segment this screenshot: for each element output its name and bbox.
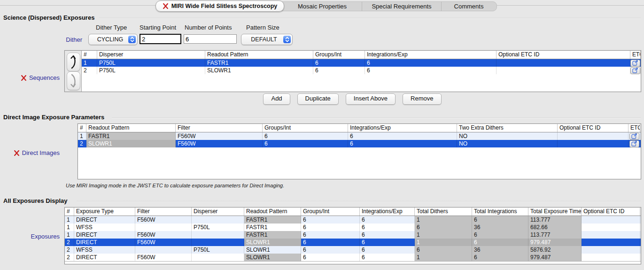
- column-header-etc_id[interactable]: Optional ETC ID: [497, 51, 630, 59]
- cell-etc_id[interactable]: [558, 140, 628, 147]
- cell-etc_id[interactable]: [582, 231, 640, 239]
- cell-disperser[interactable]: P750L: [192, 246, 244, 254]
- cell-exposure_type[interactable]: WFSS: [74, 224, 135, 231]
- cell-groups[interactable]: 6: [301, 254, 360, 261]
- column-header-etc_btn[interactable]: ETC: [630, 51, 641, 59]
- cell-groups[interactable]: 6: [313, 67, 365, 74]
- table-row[interactable]: 1WFSSP750LFASTR166636682.66: [65, 224, 641, 231]
- column-header-groups[interactable]: Groups/Int: [313, 51, 365, 59]
- cell-num[interactable]: 1: [65, 231, 74, 239]
- column-header-total_dithers[interactable]: Total Dithers: [415, 208, 472, 216]
- etc-external-link-button[interactable]: [630, 67, 640, 74]
- cell-groups[interactable]: 6: [301, 216, 360, 224]
- etc-external-link-button[interactable]: [630, 60, 640, 67]
- cell-disperser[interactable]: P750L: [97, 59, 205, 67]
- cell-filter[interactable]: F560W: [176, 132, 263, 140]
- cell-readout[interactable]: FASTR1: [205, 59, 313, 67]
- move-down-button[interactable]: [67, 71, 80, 90]
- cell-filter[interactable]: F560W: [135, 216, 192, 224]
- cell-filter[interactable]: F560W: [135, 254, 192, 261]
- cell-integrations[interactable]: 6: [365, 59, 497, 67]
- cell-num[interactable]: 1: [82, 59, 97, 67]
- column-header-readout[interactable]: Readout Pattern: [244, 208, 301, 216]
- remove-button[interactable]: Remove: [403, 93, 441, 105]
- cell-disperser[interactable]: [192, 254, 244, 261]
- cell-filter[interactable]: F560W: [176, 140, 263, 147]
- cell-exposure_type[interactable]: DIRECT: [74, 231, 135, 239]
- number-of-points-input[interactable]: [184, 34, 237, 44]
- cell-two_extra[interactable]: NO: [457, 140, 558, 147]
- add-button[interactable]: Add: [263, 93, 290, 105]
- column-header-disperser[interactable]: Disperser: [97, 51, 205, 59]
- column-header-etc_id[interactable]: Optional ETC ID: [558, 124, 628, 132]
- cell-integrations[interactable]: 6: [365, 67, 497, 74]
- cell-num[interactable]: 2: [65, 254, 74, 261]
- column-header-etc_btn[interactable]: ETC: [628, 124, 640, 132]
- column-header-integrations[interactable]: Integrations/Exp: [348, 124, 457, 132]
- column-header-num[interactable]: #: [82, 51, 97, 59]
- column-header-total_integrations[interactable]: Total Integrations: [472, 208, 528, 216]
- table-row[interactable]: 2SLOWR1F560W66NO: [78, 140, 641, 147]
- column-header-num[interactable]: #: [65, 208, 74, 216]
- cell-groups[interactable]: 6: [301, 246, 360, 254]
- cell-integrations[interactable]: 6: [348, 140, 457, 147]
- cell-exposure_type[interactable]: DIRECT: [74, 239, 135, 246]
- duplicate-button[interactable]: Duplicate: [297, 93, 339, 105]
- column-header-integrations[interactable]: Integrations/Exp: [360, 208, 415, 216]
- dither-type-select[interactable]: CYCLING: [88, 34, 138, 45]
- table-row[interactable]: 1DIRECTF560WFASTR16616113.777: [65, 231, 641, 239]
- column-header-filter[interactable]: Filter: [135, 208, 192, 216]
- column-header-two_extra[interactable]: Two Extra Dithers: [457, 124, 558, 132]
- etc-external-link-button[interactable]: [629, 140, 639, 147]
- table-row[interactable]: 2DIRECTF560WSLOWR16616979.487: [65, 254, 641, 261]
- cell-etc_id[interactable]: [582, 216, 640, 224]
- cell-etc_id[interactable]: [558, 132, 628, 140]
- tab-miri-wfss-selected[interactable]: MIRI Wide Field Slitless Spectroscopy: [155, 0, 284, 12]
- column-header-filter[interactable]: Filter: [176, 124, 263, 132]
- cell-filter[interactable]: F560W: [135, 239, 192, 246]
- cell-integrations[interactable]: 6: [360, 254, 415, 261]
- cell-etc_id[interactable]: [582, 224, 640, 231]
- cell-groups[interactable]: 6: [263, 132, 348, 140]
- cell-etc_id[interactable]: [497, 67, 630, 74]
- column-header-integrations[interactable]: Integrations/Exp: [365, 51, 497, 59]
- starting-point-input[interactable]: [140, 34, 181, 44]
- etc-external-link-button[interactable]: [629, 133, 639, 140]
- move-up-button[interactable]: [67, 53, 80, 71]
- cell-integrations[interactable]: 6: [348, 132, 457, 140]
- cell-exposure_type[interactable]: DIRECT: [74, 254, 135, 261]
- table-row[interactable]: 2WFSSP750LSLOWR1666365876.92: [65, 246, 641, 254]
- cell-integrations[interactable]: 6: [360, 216, 415, 224]
- cell-num[interactable]: 2: [65, 246, 74, 254]
- column-header-groups[interactable]: Groups/Int: [301, 208, 360, 216]
- cell-num[interactable]: 1: [65, 216, 74, 224]
- cell-filter[interactable]: F560W: [135, 231, 192, 239]
- table-row[interactable]: 1DIRECTF560WFASTR16616113.777: [65, 216, 641, 224]
- table-row[interactable]: 1P750LFASTR166: [82, 59, 641, 67]
- table-row[interactable]: 1FASTR1F560W66NO: [78, 132, 641, 140]
- cell-readout[interactable]: FASTR1: [244, 224, 301, 231]
- cell-filter[interactable]: [135, 246, 192, 254]
- cell-disperser[interactable]: P750L: [97, 67, 205, 74]
- cell-etc_id[interactable]: [582, 254, 640, 261]
- cell-disperser[interactable]: [192, 216, 244, 224]
- insert-above-button[interactable]: Insert Above: [346, 93, 396, 105]
- cell-filter[interactable]: [135, 224, 192, 231]
- cell-groups[interactable]: 6: [301, 224, 360, 231]
- cell-etc_id[interactable]: [582, 239, 640, 246]
- cell-exposure_type[interactable]: WFSS: [74, 246, 135, 254]
- pattern-size-select[interactable]: DEFAULT: [241, 34, 293, 45]
- cell-integrations[interactable]: 6: [360, 231, 415, 239]
- cell-groups[interactable]: 6: [313, 59, 365, 67]
- cell-groups[interactable]: 6: [263, 140, 348, 147]
- column-header-readout[interactable]: Readout Pattern: [86, 124, 176, 132]
- cell-integrations[interactable]: 6: [360, 224, 415, 231]
- column-header-num[interactable]: #: [78, 124, 86, 132]
- column-header-exposure_type[interactable]: Exposure Type: [74, 208, 135, 216]
- cell-num[interactable]: 2: [78, 140, 86, 147]
- cell-num[interactable]: 1: [65, 224, 74, 231]
- column-header-etc_id[interactable]: Optional ETC ID: [582, 208, 640, 216]
- column-header-readout[interactable]: Readout Pattern: [205, 51, 313, 59]
- cell-groups[interactable]: 6: [301, 231, 360, 239]
- cell-num[interactable]: 2: [65, 239, 74, 246]
